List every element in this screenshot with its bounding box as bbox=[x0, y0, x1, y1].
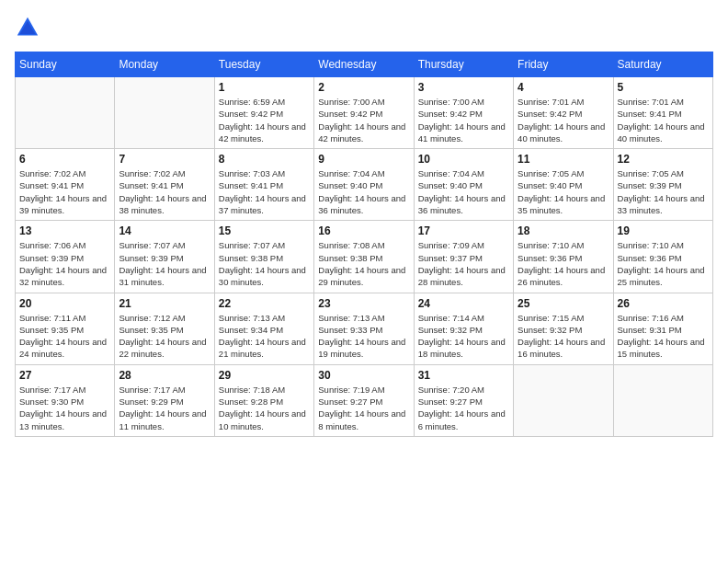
calendar-cell: 25Sunrise: 7:15 AM Sunset: 9:32 PM Dayli… bbox=[514, 293, 613, 364]
calendar-week-5: 27Sunrise: 7:17 AM Sunset: 9:30 PM Dayli… bbox=[16, 364, 713, 436]
day-number: 6 bbox=[19, 153, 110, 166]
calendar-cell: 19Sunrise: 7:10 AM Sunset: 9:36 PM Dayli… bbox=[613, 221, 712, 293]
day-info: Sunrise: 7:05 AM Sunset: 9:40 PM Dayligh… bbox=[518, 167, 609, 216]
column-header-monday: Monday bbox=[115, 52, 214, 77]
day-number: 11 bbox=[518, 153, 609, 166]
day-number: 5 bbox=[618, 81, 709, 94]
calendar-cell: 8Sunrise: 7:03 AM Sunset: 9:41 PM Daylig… bbox=[214, 149, 313, 221]
calendar-cell: 10Sunrise: 7:04 AM Sunset: 9:40 PM Dayli… bbox=[414, 149, 513, 221]
calendar-cell: 7Sunrise: 7:02 AM Sunset: 9:41 PM Daylig… bbox=[115, 149, 214, 221]
calendar-cell: 27Sunrise: 7:17 AM Sunset: 9:30 PM Dayli… bbox=[16, 364, 115, 436]
day-number: 29 bbox=[219, 369, 310, 382]
day-info: Sunrise: 7:00 AM Sunset: 9:42 PM Dayligh… bbox=[318, 96, 409, 144]
calendar-table: SundayMondayTuesdayWednesdayThursdayFrid… bbox=[15, 52, 713, 437]
day-number: 25 bbox=[518, 297, 609, 310]
day-number: 13 bbox=[19, 224, 110, 237]
column-header-saturday: Saturday bbox=[613, 52, 712, 77]
calendar-cell: 14Sunrise: 7:07 AM Sunset: 9:39 PM Dayli… bbox=[115, 221, 214, 293]
page-header bbox=[15, 15, 713, 40]
calendar-cell bbox=[16, 77, 115, 149]
calendar-cell: 1Sunrise: 6:59 AM Sunset: 9:42 PM Daylig… bbox=[214, 77, 313, 149]
day-number: 16 bbox=[318, 224, 409, 237]
day-number: 2 bbox=[318, 81, 409, 94]
day-info: Sunrise: 7:08 AM Sunset: 9:38 PM Dayligh… bbox=[318, 239, 409, 288]
day-info: Sunrise: 7:11 AM Sunset: 9:35 PM Dayligh… bbox=[19, 312, 110, 361]
calendar-cell: 15Sunrise: 7:07 AM Sunset: 9:38 PM Dayli… bbox=[214, 221, 313, 293]
day-info: Sunrise: 7:07 AM Sunset: 9:39 PM Dayligh… bbox=[119, 239, 210, 288]
day-info: Sunrise: 7:01 AM Sunset: 9:41 PM Dayligh… bbox=[618, 96, 709, 144]
day-number: 10 bbox=[418, 153, 509, 166]
day-number: 1 bbox=[219, 81, 310, 94]
day-info: Sunrise: 7:10 AM Sunset: 9:36 PM Dayligh… bbox=[518, 239, 609, 288]
day-info: Sunrise: 7:02 AM Sunset: 9:41 PM Dayligh… bbox=[119, 167, 210, 216]
day-info: Sunrise: 7:20 AM Sunset: 9:27 PM Dayligh… bbox=[418, 384, 509, 432]
day-number: 19 bbox=[618, 224, 709, 237]
calendar-week-1: 1Sunrise: 6:59 AM Sunset: 9:42 PM Daylig… bbox=[16, 77, 713, 149]
day-info: Sunrise: 7:10 AM Sunset: 9:36 PM Dayligh… bbox=[618, 239, 709, 288]
day-info: Sunrise: 7:16 AM Sunset: 9:31 PM Dayligh… bbox=[618, 312, 709, 361]
day-info: Sunrise: 7:13 AM Sunset: 9:34 PM Dayligh… bbox=[219, 312, 310, 361]
calendar-cell: 26Sunrise: 7:16 AM Sunset: 9:31 PM Dayli… bbox=[613, 293, 712, 364]
day-info: Sunrise: 7:02 AM Sunset: 9:41 PM Dayligh… bbox=[19, 167, 110, 216]
day-info: Sunrise: 7:14 AM Sunset: 9:32 PM Dayligh… bbox=[418, 312, 509, 361]
column-header-friday: Friday bbox=[514, 52, 613, 77]
calendar-cell: 30Sunrise: 7:19 AM Sunset: 9:27 PM Dayli… bbox=[314, 364, 414, 436]
day-info: Sunrise: 7:04 AM Sunset: 9:40 PM Dayligh… bbox=[418, 167, 509, 216]
calendar-cell bbox=[514, 364, 613, 436]
calendar-cell: 23Sunrise: 7:13 AM Sunset: 9:33 PM Dayli… bbox=[314, 293, 414, 364]
day-info: Sunrise: 7:15 AM Sunset: 9:32 PM Dayligh… bbox=[518, 312, 609, 361]
calendar-cell: 18Sunrise: 7:10 AM Sunset: 9:36 PM Dayli… bbox=[514, 221, 613, 293]
day-number: 18 bbox=[518, 224, 609, 237]
calendar-cell: 6Sunrise: 7:02 AM Sunset: 9:41 PM Daylig… bbox=[16, 149, 115, 221]
calendar-cell: 2Sunrise: 7:00 AM Sunset: 9:42 PM Daylig… bbox=[314, 77, 414, 149]
day-info: Sunrise: 7:17 AM Sunset: 9:30 PM Dayligh… bbox=[19, 384, 110, 432]
day-info: Sunrise: 7:07 AM Sunset: 9:38 PM Dayligh… bbox=[219, 239, 310, 288]
calendar-cell: 3Sunrise: 7:00 AM Sunset: 9:42 PM Daylig… bbox=[414, 77, 513, 149]
calendar-cell: 9Sunrise: 7:04 AM Sunset: 9:40 PM Daylig… bbox=[314, 149, 414, 221]
column-header-tuesday: Tuesday bbox=[214, 52, 313, 77]
calendar-cell: 28Sunrise: 7:17 AM Sunset: 9:29 PM Dayli… bbox=[115, 364, 214, 436]
column-header-sunday: Sunday bbox=[16, 52, 115, 77]
day-info: Sunrise: 7:17 AM Sunset: 9:29 PM Dayligh… bbox=[119, 384, 210, 432]
calendar-cell bbox=[613, 364, 712, 436]
logo bbox=[15, 15, 44, 40]
day-info: Sunrise: 7:09 AM Sunset: 9:37 PM Dayligh… bbox=[418, 239, 509, 288]
calendar-week-2: 6Sunrise: 7:02 AM Sunset: 9:41 PM Daylig… bbox=[16, 149, 713, 221]
calendar-week-4: 20Sunrise: 7:11 AM Sunset: 9:35 PM Dayli… bbox=[16, 293, 713, 364]
day-number: 12 bbox=[618, 153, 709, 166]
day-number: 15 bbox=[219, 224, 310, 237]
day-number: 7 bbox=[119, 153, 210, 166]
day-info: Sunrise: 7:03 AM Sunset: 9:41 PM Dayligh… bbox=[219, 167, 310, 216]
column-header-wednesday: Wednesday bbox=[314, 52, 414, 77]
calendar-cell: 24Sunrise: 7:14 AM Sunset: 9:32 PM Dayli… bbox=[414, 293, 513, 364]
day-number: 27 bbox=[19, 369, 110, 382]
day-number: 23 bbox=[318, 297, 409, 310]
calendar-cell bbox=[115, 77, 214, 149]
day-number: 22 bbox=[219, 297, 310, 310]
column-header-thursday: Thursday bbox=[414, 52, 513, 77]
day-info: Sunrise: 7:00 AM Sunset: 9:42 PM Dayligh… bbox=[418, 96, 509, 144]
calendar-cell: 22Sunrise: 7:13 AM Sunset: 9:34 PM Dayli… bbox=[214, 293, 313, 364]
calendar-cell: 5Sunrise: 7:01 AM Sunset: 9:41 PM Daylig… bbox=[613, 77, 712, 149]
day-number: 14 bbox=[119, 224, 210, 237]
day-number: 30 bbox=[318, 369, 409, 382]
day-info: Sunrise: 6:59 AM Sunset: 9:42 PM Dayligh… bbox=[219, 96, 310, 144]
day-number: 26 bbox=[618, 297, 709, 310]
calendar-cell: 13Sunrise: 7:06 AM Sunset: 9:39 PM Dayli… bbox=[16, 221, 115, 293]
day-info: Sunrise: 7:18 AM Sunset: 9:28 PM Dayligh… bbox=[219, 384, 310, 432]
day-number: 4 bbox=[518, 81, 609, 94]
logo-icon bbox=[15, 15, 40, 40]
calendar-cell: 4Sunrise: 7:01 AM Sunset: 9:42 PM Daylig… bbox=[514, 77, 613, 149]
day-number: 24 bbox=[418, 297, 509, 310]
day-number: 20 bbox=[19, 297, 110, 310]
day-number: 21 bbox=[119, 297, 210, 310]
calendar-cell: 11Sunrise: 7:05 AM Sunset: 9:40 PM Dayli… bbox=[514, 149, 613, 221]
day-info: Sunrise: 7:05 AM Sunset: 9:39 PM Dayligh… bbox=[618, 167, 709, 216]
day-number: 17 bbox=[418, 224, 509, 237]
day-number: 31 bbox=[418, 369, 509, 382]
calendar-cell: 20Sunrise: 7:11 AM Sunset: 9:35 PM Dayli… bbox=[16, 293, 115, 364]
calendar-cell: 16Sunrise: 7:08 AM Sunset: 9:38 PM Dayli… bbox=[314, 221, 414, 293]
day-number: 9 bbox=[318, 153, 409, 166]
calendar-header-row: SundayMondayTuesdayWednesdayThursdayFrid… bbox=[16, 52, 713, 77]
day-info: Sunrise: 7:13 AM Sunset: 9:33 PM Dayligh… bbox=[318, 312, 409, 361]
